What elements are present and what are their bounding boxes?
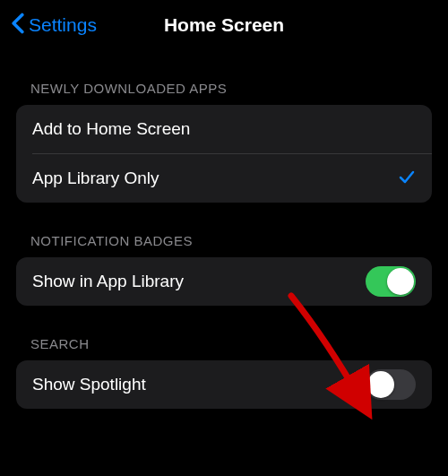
toggle-show-in-app-library[interactable] [366,266,416,297]
checkmark-icon [398,168,416,190]
toggle-knob [387,268,414,295]
group-notification-badges: Show in App Library [16,257,432,306]
section-header-newly-downloaded: NEWLY DOWNLOADED APPS [0,50,448,105]
row-show-in-app-library[interactable]: Show in App Library [16,257,432,306]
section-header-search: SEARCH [0,306,448,360]
row-label: Show Spotlight [32,375,146,394]
page-title: Home Screen [164,14,284,36]
group-newly-downloaded: Add to Home Screen App Library Only [16,105,432,203]
nav-bar: Settings Home Screen [0,0,448,50]
row-label: Add to Home Screen [32,119,190,139]
section-header-notification-badges: NOTIFICATION BADGES [0,203,448,257]
toggle-show-spotlight[interactable] [366,369,416,400]
back-chevron-icon [11,13,29,39]
back-label: Settings [29,14,97,36]
row-label: Show in App Library [32,272,184,291]
row-show-spotlight[interactable]: Show Spotlight [16,360,432,409]
row-label: App Library Only [32,169,159,188]
toggle-knob [367,371,394,398]
group-search: Show Spotlight [16,360,432,409]
row-add-to-home-screen[interactable]: Add to Home Screen [16,105,432,153]
row-app-library-only[interactable]: App Library Only [16,154,432,203]
back-button[interactable]: Settings [11,13,97,39]
